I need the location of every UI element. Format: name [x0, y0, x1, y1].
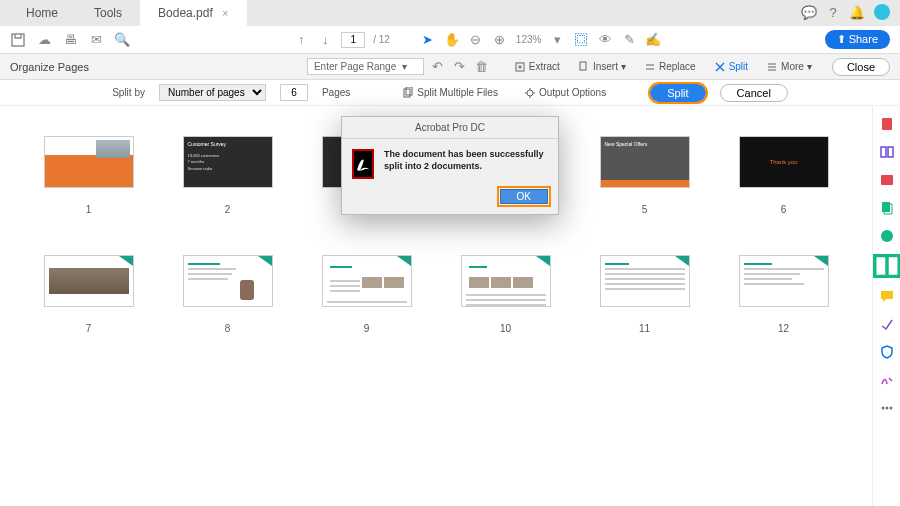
split-by-label: Split by: [112, 87, 145, 98]
rotate-left-icon[interactable]: ↶: [430, 59, 446, 75]
rail-organize-icon[interactable]: [873, 254, 901, 278]
search-icon[interactable]: 🔍: [114, 32, 130, 48]
close-tab-icon[interactable]: ×: [222, 7, 228, 19]
ok-button[interactable]: OK: [500, 189, 548, 204]
help-icon[interactable]: ?: [826, 5, 840, 19]
rail-comment-icon[interactable]: [879, 288, 895, 304]
page-item-5[interactable]: New Special Offers5: [596, 136, 693, 215]
read-icon[interactable]: 👁: [597, 32, 613, 48]
cloud-icon[interactable]: ☁: [36, 32, 52, 48]
output-options-button[interactable]: Output Options: [518, 85, 612, 101]
page-number: 9: [364, 323, 370, 334]
rail-create-icon[interactable]: [879, 116, 895, 132]
extract-button[interactable]: Extract: [508, 59, 566, 75]
insert-label: Insert: [593, 61, 618, 72]
fit-icon[interactable]: ⿴: [573, 32, 589, 48]
rail-more-icon[interactable]: [879, 400, 895, 416]
pointer-icon[interactable]: ➤: [420, 32, 436, 48]
page-number: 7: [86, 323, 92, 334]
up-arrow-icon[interactable]: ↑: [293, 32, 309, 48]
page-item-8[interactable]: 8: [179, 255, 276, 334]
page-item-7[interactable]: 7: [40, 255, 137, 334]
svg-rect-4: [406, 87, 412, 95]
page-item-11[interactable]: 11: [596, 255, 693, 334]
page-number: 2: [225, 204, 231, 215]
replace-button[interactable]: Replace: [638, 59, 702, 75]
close-button[interactable]: Close: [832, 58, 890, 76]
rail-sign-icon[interactable]: [879, 372, 895, 388]
cancel-button[interactable]: Cancel: [720, 84, 788, 102]
rail-protect-icon[interactable]: [879, 344, 895, 360]
dialog-message: The document has been successfully split…: [384, 149, 548, 172]
svg-rect-13: [888, 257, 897, 275]
print-icon[interactable]: 🖶: [62, 32, 78, 48]
svg-rect-3: [404, 89, 410, 97]
svg-rect-7: [881, 147, 886, 157]
output-options-label: Output Options: [539, 87, 606, 98]
split-tool-button[interactable]: Split: [708, 59, 754, 75]
split-multiple-label: Split Multiple Files: [417, 87, 498, 98]
page-number: 11: [639, 323, 650, 334]
hand-icon[interactable]: ✋: [444, 32, 460, 48]
page-number: 10: [500, 323, 511, 334]
avatar[interactable]: [874, 4, 890, 20]
dropdown-icon[interactable]: ▾: [549, 32, 565, 48]
save-icon[interactable]: [10, 32, 26, 48]
mail-icon[interactable]: ✉: [88, 32, 104, 48]
svg-point-14: [881, 407, 884, 410]
share-button[interactable]: ⬆ Share: [825, 30, 890, 49]
rail-combine-icon[interactable]: [879, 200, 895, 216]
page-item-9[interactable]: 9: [318, 255, 415, 334]
zoom-in-icon[interactable]: ⊕: [492, 32, 508, 48]
sign-icon[interactable]: ✍: [645, 32, 661, 48]
dialog-title: Acrobat Pro DC: [342, 117, 558, 139]
split-options-bar: Split by Number of pages Pages Split Mul…: [0, 80, 900, 106]
split-button[interactable]: Split: [650, 84, 705, 102]
rotate-right-icon[interactable]: ↷: [452, 59, 468, 75]
page-item-10[interactable]: 10: [457, 255, 554, 334]
annot-icon[interactable]: ✎: [621, 32, 637, 48]
page-number: 12: [778, 323, 789, 334]
svg-rect-10: [882, 202, 890, 212]
split-count-input[interactable]: [280, 84, 308, 101]
page-item-2[interactable]: Customer Survey13,500 customers7 monthsS…: [179, 136, 276, 215]
zoom-value: 123%: [516, 34, 542, 45]
insert-button[interactable]: Insert ▾: [572, 59, 632, 75]
page-total: / 12: [373, 34, 390, 45]
down-arrow-icon[interactable]: ↓: [317, 32, 333, 48]
chat-icon[interactable]: 💬: [802, 5, 816, 19]
tab-home[interactable]: Home: [8, 0, 76, 26]
split-mode-select[interactable]: Number of pages: [159, 84, 266, 101]
rail-edit-icon[interactable]: [879, 144, 895, 160]
page-number: 8: [225, 323, 231, 334]
page-input[interactable]: [341, 32, 365, 48]
svg-point-16: [889, 407, 892, 410]
page-item-12[interactable]: 12: [735, 255, 832, 334]
page-item-6[interactable]: Thank you6: [735, 136, 832, 215]
rail-fill-icon[interactable]: [879, 316, 895, 332]
main-toolbar: ☁ 🖶 ✉ 🔍 ↑ ↓ / 12 ➤ ✋ ⊖ ⊕ 123% ▾ ⿴ 👁 ✎ ✍ …: [0, 26, 900, 54]
page-number: 1: [86, 204, 92, 215]
page-range-label: Enter Page Range: [314, 61, 396, 72]
svg-point-5: [527, 90, 533, 96]
svg-rect-12: [876, 257, 885, 275]
tab-tools[interactable]: Tools: [76, 0, 140, 26]
rail-export-icon[interactable]: [879, 172, 895, 188]
svg-rect-0: [12, 34, 24, 46]
zoom-out-icon[interactable]: ⊖: [468, 32, 484, 48]
split-multiple-button[interactable]: Split Multiple Files: [396, 85, 504, 101]
bell-icon[interactable]: 🔔: [850, 5, 864, 19]
page-item-1[interactable]: 1: [40, 136, 137, 215]
replace-label: Replace: [659, 61, 696, 72]
delete-icon[interactable]: 🗑: [474, 59, 490, 75]
tab-document[interactable]: Bodea.pdf ×: [140, 0, 247, 26]
thumb-6-text: Thank you: [769, 159, 797, 165]
svg-rect-2: [580, 62, 586, 70]
pages-label: Pages: [322, 87, 350, 98]
rail-share-icon[interactable]: [879, 228, 895, 244]
tab-document-label: Bodea.pdf: [158, 6, 213, 20]
success-dialog: Acrobat Pro DC The document has been suc…: [341, 116, 559, 215]
more-button[interactable]: More ▾: [760, 59, 818, 75]
split-label: Split: [729, 61, 748, 72]
page-range-select[interactable]: Enter Page Range ▾: [307, 58, 424, 75]
